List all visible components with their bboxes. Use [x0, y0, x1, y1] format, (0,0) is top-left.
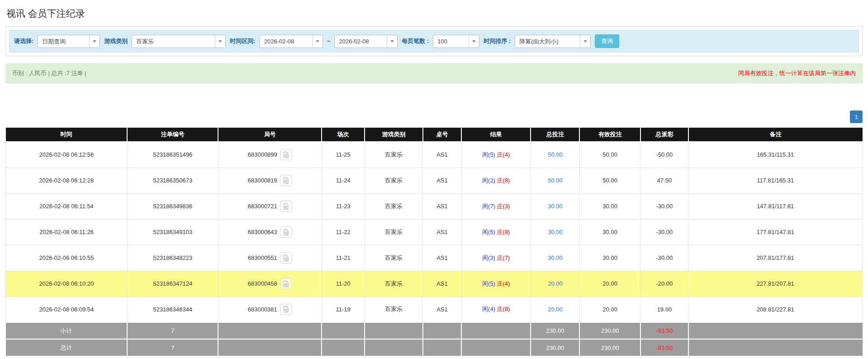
round-id-text: 683000899: [248, 151, 277, 158]
round-id-group: 683000551: [248, 252, 292, 263]
cell-game-type: 百家乐: [365, 142, 423, 168]
video-record-icon: [282, 280, 289, 287]
cell-footer-total-bet: 230.00: [531, 322, 579, 339]
cell-table-no: AS1: [423, 245, 461, 271]
cell-game-type: 百家乐: [365, 168, 423, 193]
result-banker: 庄(3): [497, 203, 510, 210]
filter-panel: 请选择: 日期查询 游戏类别 百家乐 时间区间: 2026-02-08 ~ 20…: [5, 26, 863, 56]
cell-round-id: 683000458: [218, 271, 322, 297]
total-bet-link[interactable]: 30.00: [548, 203, 563, 210]
cell-time: 2026-02-08 06:11:54: [6, 193, 128, 219]
date-from-combobox[interactable]: 2026-02-08: [260, 35, 323, 48]
total-bet-link[interactable]: 30.00: [548, 229, 563, 235]
cell-session: 11-21: [322, 245, 365, 271]
cell-table-no: AS1: [423, 193, 461, 219]
query-button[interactable]: 查询: [595, 34, 619, 48]
time-sort-dropdown-button[interactable]: [580, 35, 590, 48]
cell-session: 11-22: [322, 219, 365, 245]
cell-table-no: AS1: [423, 168, 461, 193]
cell-total-bet: 30.00: [531, 245, 579, 271]
cell-remark: 117.81/165.31: [688, 168, 863, 193]
cell-result: 闲(4) 庄(8): [461, 297, 531, 322]
total-bet-link[interactable]: 20.00: [548, 280, 563, 287]
cell-time: 2026-02-08 06:09:54: [6, 297, 128, 322]
cell-total-bet: 30.00: [531, 193, 579, 219]
video-replay-button[interactable]: [280, 252, 292, 263]
total-bet-link[interactable]: 20.00: [548, 306, 563, 313]
date-from-dropdown-button[interactable]: [312, 35, 323, 48]
page: 视讯 会员下注纪录 请选择: 日期查询 游戏类别 百家乐 时间区间: 2026-…: [0, 0, 868, 359]
date-to-value[interactable]: 2026-02-08: [335, 35, 387, 48]
range-separator: ~: [327, 38, 331, 45]
cell-game-type: 百家乐: [365, 193, 423, 219]
caret-down-icon: [472, 40, 476, 43]
total-bet-link[interactable]: 30.00: [548, 254, 563, 261]
video-record-icon: [282, 229, 289, 236]
video-replay-button[interactable]: [280, 278, 292, 289]
cell-result: 闲(7) 庄(3): [461, 193, 531, 219]
game-type-combobox[interactable]: 百家乐: [132, 35, 226, 48]
per-page-combobox[interactable]: 100: [433, 35, 479, 48]
video-replay-button[interactable]: [280, 201, 292, 212]
cell-footer-session: [322, 322, 365, 339]
time-sort-label: 时间排序 :: [484, 37, 511, 45]
result-player: 闲(5): [482, 280, 495, 287]
query-type-combobox[interactable]: 日期查询: [38, 35, 100, 48]
result-banker: 庄(7): [497, 254, 510, 261]
cell-remark: 208.81/227.81: [688, 297, 863, 322]
caret-down-icon: [93, 40, 96, 43]
time-sort-combobox[interactable]: 降冪(由大到小): [515, 35, 591, 48]
video-replay-button[interactable]: [280, 226, 292, 238]
cell-game-type: 百家乐: [365, 245, 423, 271]
per-page-dropdown-button[interactable]: [469, 35, 479, 48]
cell-remark: 177.81/147.81: [688, 219, 863, 245]
game-type-value[interactable]: 百家乐: [132, 35, 215, 48]
column-header-4: 游戏类别: [365, 128, 423, 142]
cell-footer-result: [461, 322, 531, 339]
video-replay-button[interactable]: [280, 304, 292, 315]
total-bet-link[interactable]: 50.00: [548, 177, 563, 184]
cell-game-type: 百家乐: [365, 219, 423, 245]
video-replay-button[interactable]: [280, 149, 292, 160]
date-to-dropdown-button[interactable]: [387, 35, 397, 48]
caret-down-icon: [316, 40, 319, 43]
table-footer-row: 小计7230.00230.00-93.50: [6, 322, 863, 339]
per-page-value[interactable]: 100: [433, 35, 469, 48]
cell-valid-bet: 20.00: [579, 297, 640, 322]
video-replay-button[interactable]: [280, 175, 292, 186]
cell-footer-total-bet: 230.00: [531, 339, 579, 356]
round-id-group: 683000721: [248, 201, 292, 212]
cell-valid-bet: 50.00: [579, 142, 640, 168]
date-to-combobox[interactable]: 2026-02-08: [334, 35, 398, 48]
cell-payout: -30.00: [640, 193, 688, 219]
cell-remark: 227.81/207.81: [688, 271, 863, 297]
time-sort-value[interactable]: 降冪(由大到小): [515, 35, 580, 48]
cell-total-bet: 20.00: [531, 297, 579, 322]
page-button-1[interactable]: 1: [850, 110, 863, 123]
video-record-icon: [282, 203, 289, 210]
column-header-3: 场次: [322, 128, 365, 142]
cell-valid-bet: 30.00: [579, 193, 640, 219]
cell-valid-bet: 50.00: [579, 168, 640, 193]
cell-bet-id: 523186349103: [127, 219, 218, 245]
cell-payout: -20.00: [640, 271, 688, 297]
cell-footer-label: 小计: [6, 322, 128, 339]
cell-footer-label: 总计: [6, 339, 128, 356]
result-player: 闲(5): [482, 229, 495, 235]
query-type-dropdown-button[interactable]: [89, 35, 100, 48]
date-from-value[interactable]: 2026-02-08: [260, 35, 312, 48]
cell-remark: 147.81/117.81: [688, 193, 863, 219]
page-title: 视讯 会员下注纪录: [6, 7, 863, 20]
total-bet-link[interactable]: 50.00: [548, 151, 563, 158]
filter-bar: 请选择: 日期查询 游戏类别 百家乐 时间区间: 2026-02-08 ~ 20…: [9, 30, 859, 53]
cell-total-bet: 50.00: [531, 142, 579, 168]
query-type-value[interactable]: 日期查询: [38, 35, 89, 48]
round-id-group: 683000643: [248, 226, 292, 238]
column-header-9: 总派彩: [640, 128, 688, 142]
cell-footer-count: 7: [127, 339, 218, 356]
game-type-dropdown-button[interactable]: [215, 35, 225, 48]
cell-remark: 165.31/115.31: [688, 142, 863, 168]
caret-down-icon: [583, 40, 587, 43]
cell-bet-id: 523186347124: [127, 271, 218, 297]
cell-round-id: 683000381: [218, 297, 322, 322]
